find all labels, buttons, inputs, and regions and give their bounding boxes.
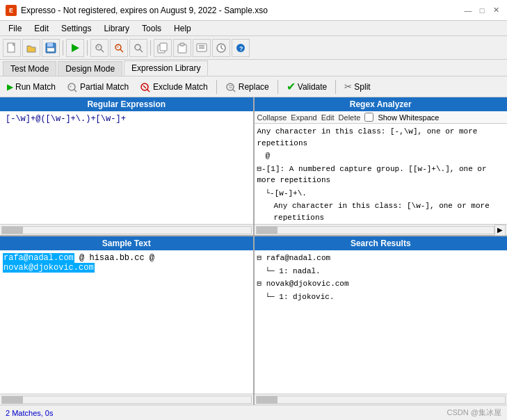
regex-panel-content[interactable]: [-\w]+@([\w-]+\.)+[\w-]+ xyxy=(0,111,253,224)
menu-settings[interactable]: Settings xyxy=(56,22,97,35)
paste-button[interactable] xyxy=(173,39,191,57)
action-sep-2 xyxy=(277,80,278,94)
result-item-2: └─ 1: nadal. xyxy=(257,265,505,278)
svg-line-6 xyxy=(101,49,104,52)
replace-button[interactable]: Replace xyxy=(221,80,273,94)
edit-link[interactable]: Edit xyxy=(321,113,335,122)
find-button[interactable]: * xyxy=(90,39,108,57)
action-sep-3 xyxy=(335,80,336,94)
svg-text:*: * xyxy=(70,85,72,90)
copy-button[interactable] xyxy=(154,39,172,57)
svg-line-29 xyxy=(147,89,150,92)
scroll-right[interactable]: ▶ xyxy=(494,225,506,236)
menu-help[interactable]: Help xyxy=(168,22,197,35)
regex-scrollbar[interactable] xyxy=(0,224,253,235)
separator-3 xyxy=(150,40,151,56)
sample-match-1: rafa@nadal.com xyxy=(3,253,74,263)
results-panel: Search Results ⊟ rafa@nadal.com └─ 1: na… xyxy=(255,236,508,405)
separator-2 xyxy=(87,40,88,56)
collapse-link[interactable]: Collapse xyxy=(257,113,287,122)
window-controls[interactable]: — □ ✕ xyxy=(462,5,501,16)
svg-rect-16 xyxy=(180,43,184,46)
tree-item-2: @ xyxy=(257,150,505,163)
run-match-button[interactable]: ▶ Run Match xyxy=(3,81,60,93)
sample-match-2: novak@djokovic.com xyxy=(3,263,95,273)
svg-line-9 xyxy=(120,49,123,52)
sample-panel-header: Sample Text xyxy=(0,236,253,250)
status-bar: 2 Matches, 0s CSDN @集冰屋 xyxy=(0,405,507,420)
sample-scrollbar[interactable] xyxy=(0,394,253,405)
run-button[interactable] xyxy=(66,39,84,57)
replace-icon xyxy=(225,81,236,92)
results-hscrollbar[interactable] xyxy=(255,394,508,405)
tab-design-mode[interactable]: Design Mode xyxy=(58,61,122,76)
tree-item-4: └-[w-]+\. xyxy=(257,187,505,200)
svg-marker-4 xyxy=(72,44,79,52)
action-sep-1 xyxy=(216,80,217,94)
tree-item-1: Any character in this class: [-,\w], one… xyxy=(257,125,505,150)
svg-line-26 xyxy=(74,89,77,92)
split-button[interactable]: ✂ Split xyxy=(340,80,374,93)
partial-match-icon: * xyxy=(67,81,78,92)
exclude-match-icon xyxy=(140,81,151,92)
new-button[interactable] xyxy=(3,39,21,57)
menu-edit[interactable]: Edit xyxy=(29,22,54,35)
main-toolbar: * * ? xyxy=(0,36,507,60)
partial-match-button[interactable]: * Partial Match xyxy=(63,80,133,94)
clock-button[interactable] xyxy=(212,39,230,57)
svg-rect-3 xyxy=(47,48,54,51)
analyzer-toolbar: Collapse Expand Edit Delete Show Whitesp… xyxy=(255,111,508,124)
help-button[interactable]: ? xyxy=(232,39,250,57)
find2-button[interactable]: * xyxy=(110,39,128,57)
svg-text:*: * xyxy=(117,45,119,50)
minimize-button[interactable]: — xyxy=(462,5,474,16)
svg-text:*: * xyxy=(97,45,99,50)
result-item-4: └─ 1: djokovic. xyxy=(257,291,505,304)
menu-file[interactable]: File xyxy=(3,22,27,35)
svg-rect-14 xyxy=(160,43,167,51)
svg-text:?: ? xyxy=(239,45,243,52)
analyzer-panel-header: Regex Analyzer xyxy=(255,97,508,111)
separator-1 xyxy=(63,40,63,56)
svg-rect-2 xyxy=(47,43,53,47)
expand-link[interactable]: Expand xyxy=(291,113,316,122)
result-item-3: ⊟ novak@djokovic.com xyxy=(257,277,505,291)
save-button[interactable] xyxy=(42,39,60,57)
tab-test-mode[interactable]: Test Mode xyxy=(3,61,56,76)
tree-item-5: Any character in this class: [\w-], one … xyxy=(257,200,505,224)
menu-library[interactable]: Library xyxy=(98,22,135,35)
show-whitespace-label: Show Whitespace xyxy=(378,113,439,122)
split-icon: ✂ xyxy=(344,81,352,92)
app-icon: E xyxy=(6,5,17,16)
menu-tools[interactable]: Tools xyxy=(136,22,167,35)
open-button[interactable] xyxy=(22,39,40,57)
results-content: ⊟ rafa@nadal.com └─ 1: nadal. ⊟ novak@dj… xyxy=(255,250,508,394)
svg-line-32 xyxy=(232,89,235,92)
run-match-icon: ▶ xyxy=(7,82,13,92)
regex-panel-header: Regular Expression xyxy=(0,97,253,111)
close-button[interactable]: ✕ xyxy=(490,5,501,16)
sample-panel: Sample Text rafa@nadal.com @ hisaa.bb.cc… xyxy=(0,236,255,405)
tab-expression-library[interactable]: Expression Library xyxy=(124,60,208,76)
svg-line-12 xyxy=(140,49,143,52)
regex-expression[interactable]: [-\w]+@([\w-]+\.)+[\w-]+ xyxy=(3,113,129,125)
result-item-1: ⊟ rafa@nadal.com xyxy=(257,252,505,265)
delete-link[interactable]: Delete xyxy=(339,113,361,122)
regex-panel: Regular Expression [-\w]+@([\w-]+\.)+[\w… xyxy=(0,97,255,235)
analyzer-scrollbar[interactable]: ▶ xyxy=(255,224,508,235)
title-bar: E Expresso - Not registered, expires on … xyxy=(0,0,507,21)
validate-icon: ✔ xyxy=(287,80,296,93)
tab-bar: Test Mode Design Mode Expression Library xyxy=(0,60,507,76)
app-title: Expresso - Not registered, expires on Au… xyxy=(21,6,268,15)
analyzer-content: Any character in this class: [-,\w], one… xyxy=(255,124,508,224)
validate-button[interactable]: ✔ Validate xyxy=(282,79,331,95)
show-whitespace-checkbox[interactable] xyxy=(364,113,373,122)
find3-button[interactable] xyxy=(129,39,147,57)
analyzer-panel: Regex Analyzer Collapse Expand Edit Dele… xyxy=(255,97,508,235)
exclude-match-button[interactable]: Exclude Match xyxy=(136,80,212,94)
sample-panel-content[interactable]: rafa@nadal.com @ hisaa.bb.cc @ novak@djo… xyxy=(0,250,253,394)
maximize-button[interactable]: □ xyxy=(476,5,488,16)
undo-button[interactable] xyxy=(193,39,211,57)
status-text: 2 Matches, 0s xyxy=(6,409,53,417)
action-bar: ▶ Run Match * Partial Match Exclude Matc… xyxy=(0,76,507,97)
